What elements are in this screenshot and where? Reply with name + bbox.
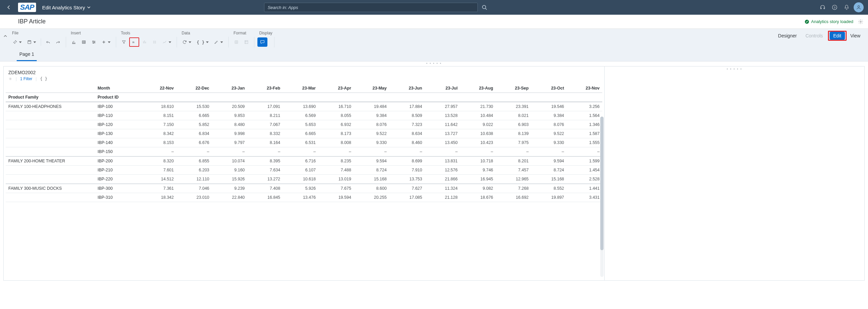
value-cell[interactable]: – xyxy=(531,147,566,156)
value-cell[interactable]: 9.384 xyxy=(354,111,389,120)
month-col[interactable]: 22-Dec xyxy=(177,84,212,93)
value-cell[interactable]: 18.676 xyxy=(460,193,496,202)
value-cell[interactable]: 16.692 xyxy=(496,193,531,202)
value-cell[interactable]: 6.203 xyxy=(177,166,212,175)
value-cell[interactable]: – xyxy=(177,147,212,156)
value-cell[interactable]: 13.272 xyxy=(247,175,283,184)
value-cell[interactable]: 5.852 xyxy=(177,120,212,129)
table-row[interactable]: FAMILY 100-HEADPHONESIBP-10018.61015.530… xyxy=(6,102,602,111)
value-cell[interactable]: 8.021 xyxy=(496,111,531,120)
insert-chart-button[interactable] xyxy=(69,37,79,47)
value-cell[interactable]: 9.522 xyxy=(531,129,566,138)
value-cell[interactable]: 9.330 xyxy=(531,138,566,147)
value-cell[interactable]: 10.484 xyxy=(460,111,496,120)
bell-icon[interactable] xyxy=(841,1,852,13)
value-cell[interactable]: 6.676 xyxy=(177,138,212,147)
value-cell[interactable]: 7.627 xyxy=(389,184,425,193)
month-col[interactable]: 23-Jul xyxy=(425,84,460,93)
value-cell[interactable]: 17.884 xyxy=(389,102,425,111)
value-cell[interactable]: 1.564 xyxy=(567,111,602,120)
value-cell[interactable]: 7.323 xyxy=(389,120,425,129)
value-cell[interactable]: 8.164 xyxy=(247,138,283,147)
value-cell[interactable]: 8.201 xyxy=(496,156,531,166)
value-cell[interactable]: 12.576 xyxy=(425,166,460,175)
value-cell[interactable]: 16.710 xyxy=(318,102,354,111)
freeze-button[interactable] xyxy=(242,37,251,47)
value-cell[interactable]: 9.594 xyxy=(354,156,389,166)
value-cell[interactable]: 20.255 xyxy=(354,193,389,202)
value-cell[interactable]: 17.091 xyxy=(247,102,283,111)
value-cell[interactable]: 9.998 xyxy=(212,129,247,138)
horizontal-splitter[interactable]: • • • • • xyxy=(0,61,868,65)
predict-button[interactable] xyxy=(160,37,174,47)
search-icon[interactable] xyxy=(482,5,487,10)
value-cell[interactable]: 9.384 xyxy=(531,111,566,120)
value-cell[interactable]: – xyxy=(283,147,318,156)
value-cell[interactable]: 8.699 xyxy=(389,156,425,166)
value-cell[interactable]: 21.866 xyxy=(425,175,460,184)
value-cell[interactable]: 1.346 xyxy=(567,120,602,129)
filter-button[interactable] xyxy=(119,37,128,47)
value-cell[interactable]: 6.903 xyxy=(496,120,531,129)
help-icon[interactable]: ? xyxy=(829,1,841,13)
value-cell[interactable]: – xyxy=(354,147,389,156)
value-cell[interactable]: 7.457 xyxy=(496,166,531,175)
data-grid[interactable]: Month 22-Nov22-Dec23-Jan23-Feb23-Mar23-A… xyxy=(4,84,604,202)
value-cell[interactable]: 15.530 xyxy=(177,102,212,111)
value-cell[interactable]: 27.957 xyxy=(425,102,460,111)
panel-splitter[interactable]: • • • • • xyxy=(604,67,864,71)
value-cell[interactable]: 10.074 xyxy=(212,156,247,166)
value-cell[interactable]: 18.610 xyxy=(141,102,176,111)
value-cell[interactable]: 8.320 xyxy=(141,156,176,166)
month-col[interactable]: 23-Jan xyxy=(212,84,247,93)
value-cell[interactable]: 9.853 xyxy=(212,111,247,120)
value-cell[interactable]: 9.746 xyxy=(460,166,496,175)
value-cell[interactable]: 13.753 xyxy=(389,175,425,184)
value-cell[interactable]: 8.139 xyxy=(496,129,531,138)
table-row[interactable]: FAMILY 300-MUSIC DOCKSIBP-3007.3617.0469… xyxy=(6,184,602,193)
value-cell[interactable]: 9.022 xyxy=(460,120,496,129)
value-cell[interactable]: 8.342 xyxy=(141,129,176,138)
value-cell[interactable]: 7.046 xyxy=(177,184,212,193)
month-col[interactable]: 23-Mar xyxy=(283,84,318,93)
value-cell[interactable]: 6.665 xyxy=(283,129,318,138)
insert-more-button[interactable] xyxy=(99,37,113,47)
version-button[interactable] xyxy=(150,37,159,47)
month-col[interactable]: 23-Aug xyxy=(460,84,496,93)
value-cell[interactable]: 7.675 xyxy=(318,184,354,193)
value-cell[interactable]: 9.522 xyxy=(354,129,389,138)
insert-control-button[interactable] xyxy=(89,37,98,47)
value-cell[interactable]: 13.450 xyxy=(425,138,460,147)
value-cell[interactable]: 6.665 xyxy=(177,111,212,120)
value-cell[interactable]: 7.067 xyxy=(247,120,283,129)
value-cell[interactable]: 8.600 xyxy=(354,184,389,193)
headset-icon[interactable] xyxy=(816,1,829,13)
value-cell[interactable]: 5.653 xyxy=(283,120,318,129)
value-cell[interactable]: 8.480 xyxy=(212,120,247,129)
month-col[interactable]: 23-Feb xyxy=(247,84,283,93)
redo-button[interactable] xyxy=(54,37,63,47)
month-col[interactable]: 22-Nov xyxy=(141,84,176,93)
value-cell[interactable]: 6.932 xyxy=(318,120,354,129)
settings-button[interactable] xyxy=(858,19,863,24)
value-cell[interactable]: 7.488 xyxy=(318,166,354,175)
scroll-thumb[interactable] xyxy=(600,117,603,250)
value-cell[interactable]: – xyxy=(318,147,354,156)
edit-mode-button[interactable]: Edit xyxy=(830,32,845,40)
value-cell[interactable]: 12.965 xyxy=(496,175,531,184)
value-cell[interactable]: 15.926 xyxy=(212,175,247,184)
value-cell[interactable]: 7.975 xyxy=(496,138,531,147)
value-cell[interactable]: 21.730 xyxy=(460,102,496,111)
insert-table-button[interactable] xyxy=(79,37,89,47)
value-cell[interactable]: 3.431 xyxy=(567,193,602,202)
value-cell[interactable]: 13.727 xyxy=(425,129,460,138)
back-button[interactable] xyxy=(3,2,14,13)
value-cell[interactable]: 10.423 xyxy=(460,138,496,147)
value-cell[interactable]: 1.441 xyxy=(567,184,602,193)
value-cell[interactable]: 6.569 xyxy=(283,111,318,120)
value-cell[interactable]: 19.897 xyxy=(531,193,566,202)
table-row[interactable]: IBP-150––––––––––––– xyxy=(6,147,602,156)
table-row[interactable]: IBP-22014.51212.11015.92613.27210.61813.… xyxy=(6,175,602,184)
month-col[interactable]: 23-Sep xyxy=(496,84,531,93)
value-cell[interactable]: 23.391 xyxy=(496,102,531,111)
